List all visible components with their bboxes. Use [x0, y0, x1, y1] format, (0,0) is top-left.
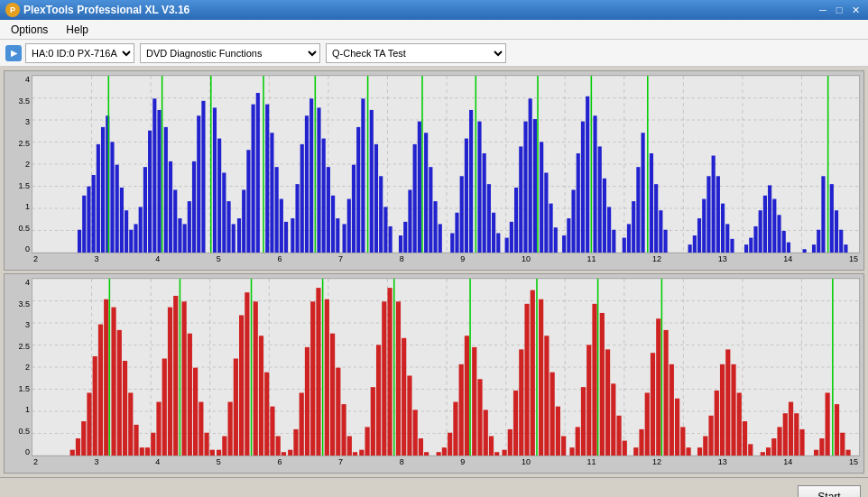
svg-rect-31 — [115, 165, 119, 253]
svg-rect-219 — [193, 368, 198, 456]
svg-rect-93 — [413, 144, 417, 253]
svg-rect-214 — [168, 308, 172, 456]
svg-rect-106 — [477, 122, 481, 253]
svg-rect-324 — [794, 413, 799, 456]
svg-rect-248 — [353, 452, 357, 456]
svg-rect-227 — [239, 315, 244, 456]
svg-rect-157 — [753, 226, 757, 253]
maximize-button[interactable]: □ — [832, 3, 846, 17]
menu-options[interactable]: Options — [4, 22, 55, 38]
svg-rect-264 — [448, 433, 452, 456]
svg-rect-102 — [460, 176, 464, 253]
bottom-chart-x-axis: 2 3 4 5 6 7 8 9 10 11 12 13 14 15 — [32, 457, 860, 472]
svg-rect-331 — [840, 433, 845, 456]
title-bar-left: P PlexTools Professional XL V3.16 — [5, 3, 189, 17]
svg-rect-247 — [347, 437, 352, 456]
top-chart: 4 3.5 3 2.5 2 1.5 1 0.5 0 — [4, 70, 864, 271]
minimize-button[interactable]: ─ — [816, 3, 830, 17]
start-button[interactable]: Start — [798, 485, 861, 498]
svg-rect-81 — [352, 165, 356, 253]
svg-rect-332 — [845, 450, 850, 456]
close-button[interactable]: ✕ — [848, 3, 863, 17]
test-dropdown[interactable]: Q-Check TA Test — [326, 43, 506, 63]
svg-rect-130 — [593, 115, 596, 253]
svg-rect-35 — [134, 224, 137, 253]
menu-help[interactable]: Help — [59, 22, 96, 38]
title-bar: P PlexTools Professional XL V3.16 ─ □ ✕ — [0, 0, 868, 20]
svg-rect-94 — [418, 122, 421, 253]
svg-rect-50 — [201, 101, 205, 253]
svg-rect-42 — [164, 127, 168, 253]
svg-rect-298 — [639, 429, 643, 456]
svg-rect-151 — [716, 176, 720, 253]
svg-rect-328 — [826, 392, 830, 456]
svg-rect-147 — [697, 218, 701, 253]
svg-rect-310 — [708, 416, 713, 456]
svg-rect-82 — [356, 127, 360, 253]
svg-rect-53 — [217, 139, 221, 253]
svg-rect-101 — [455, 213, 458, 253]
svg-rect-91 — [403, 222, 407, 253]
function-dropdown[interactable]: DVD Diagnostic Functions — [140, 43, 320, 63]
svg-rect-224 — [222, 437, 226, 456]
svg-rect-279 — [531, 290, 535, 456]
svg-rect-202 — [104, 299, 108, 456]
svg-rect-124 — [567, 218, 570, 253]
drive-dropdown[interactable]: HA:0 ID:0 PX-716A — [25, 43, 134, 63]
svg-rect-112 — [510, 222, 513, 253]
window-title: PlexTools Professional XL V3.16 — [23, 4, 189, 16]
svg-rect-309 — [703, 437, 707, 456]
svg-rect-121 — [549, 204, 553, 253]
svg-rect-39 — [152, 98, 156, 253]
svg-rect-317 — [748, 444, 753, 456]
svg-rect-97 — [429, 167, 432, 253]
svg-rect-161 — [772, 199, 776, 253]
svg-rect-306 — [680, 427, 685, 456]
svg-rect-245 — [336, 368, 340, 456]
svg-rect-58 — [242, 189, 245, 253]
svg-rect-111 — [505, 238, 509, 253]
svg-rect-67 — [284, 222, 288, 253]
svg-rect-240 — [310, 301, 315, 456]
svg-rect-116 — [529, 98, 532, 253]
svg-rect-200 — [93, 356, 97, 456]
svg-rect-30 — [110, 142, 114, 253]
svg-rect-318 — [761, 452, 765, 456]
svg-rect-68 — [291, 218, 294, 253]
svg-rect-92 — [408, 189, 411, 253]
main-content: 4 3.5 3 2.5 2 1.5 1 0.5 0 — [0, 67, 868, 477]
svg-rect-284 — [556, 407, 560, 456]
svg-rect-265 — [453, 402, 457, 456]
svg-rect-153 — [725, 224, 729, 253]
svg-rect-277 — [519, 349, 523, 456]
svg-rect-290 — [592, 304, 596, 456]
svg-rect-136 — [627, 224, 631, 253]
title-bar-controls[interactable]: ─ □ ✕ — [816, 3, 863, 17]
svg-rect-316 — [743, 421, 747, 456]
svg-rect-164 — [787, 243, 790, 253]
svg-rect-259 — [413, 410, 418, 456]
svg-rect-270 — [477, 379, 482, 456]
svg-rect-213 — [162, 359, 167, 456]
svg-rect-45 — [178, 218, 181, 253]
svg-rect-160 — [768, 185, 771, 253]
svg-rect-274 — [502, 450, 506, 456]
svg-rect-56 — [232, 224, 235, 253]
svg-rect-170 — [830, 184, 834, 253]
bottom-chart-svg — [32, 279, 859, 456]
svg-rect-319 — [766, 447, 771, 456]
svg-rect-165 — [803, 249, 807, 253]
svg-rect-212 — [156, 402, 161, 456]
top-chart-y-axis: 4 3.5 3 2.5 2 1.5 1 0.5 0 — [6, 75, 32, 253]
svg-rect-295 — [616, 416, 621, 456]
svg-rect-239 — [305, 347, 309, 456]
svg-rect-98 — [433, 201, 437, 253]
svg-rect-24 — [87, 187, 90, 253]
svg-rect-258 — [407, 375, 411, 456]
svg-rect-64 — [270, 133, 273, 253]
svg-rect-273 — [494, 452, 499, 456]
svg-rect-154 — [730, 239, 734, 253]
svg-rect-197 — [76, 438, 80, 456]
svg-rect-285 — [561, 437, 566, 456]
svg-rect-44 — [173, 189, 177, 253]
